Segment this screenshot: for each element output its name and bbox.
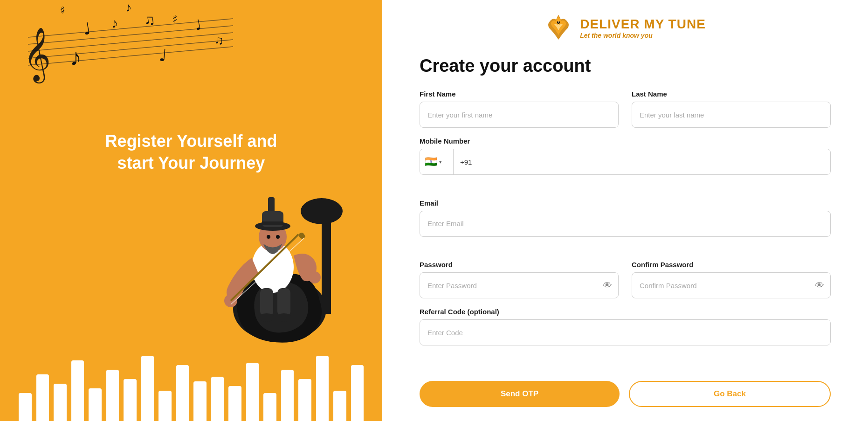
chevron-down-icon: ▾ [439, 159, 442, 165]
piano-bar [158, 391, 172, 421]
piano-bar [89, 388, 102, 421]
mobile-label: Mobile Number [420, 137, 831, 145]
svg-text:♪: ♪ [111, 16, 119, 31]
piano-bar [316, 356, 329, 421]
piano-bar [351, 365, 364, 421]
svg-point-22 [309, 271, 321, 283]
confirm-password-input[interactable] [632, 272, 831, 298]
form-actions: Send OTP Go Back [420, 381, 831, 407]
piano-bar [263, 393, 276, 421]
svg-text:♯: ♯ [59, 4, 66, 16]
svg-rect-30 [262, 221, 283, 225]
piano-bar [106, 370, 119, 421]
piano-bar [19, 393, 32, 421]
password-group: Password 👁 [420, 261, 619, 298]
piano-bar [54, 384, 67, 421]
password-row: Password 👁 Confirm Password 👁 [420, 261, 831, 298]
piano-bar [246, 363, 259, 421]
email-group: Email [420, 199, 831, 252]
svg-text:♩: ♩ [81, 19, 92, 39]
email-label: Email [420, 199, 831, 207]
referral-input[interactable] [420, 319, 831, 345]
svg-rect-24 [277, 288, 290, 316]
piano-bar [298, 379, 311, 421]
email-input[interactable] [420, 211, 831, 237]
piano-bar [71, 360, 84, 421]
svg-point-31 [267, 235, 270, 239]
svg-point-18 [301, 198, 343, 224]
svg-line-4 [28, 47, 233, 65]
svg-point-25 [258, 313, 275, 322]
svg-point-32 [276, 235, 280, 239]
password-label: Password [420, 261, 619, 269]
svg-text:♩: ♩ [193, 17, 203, 33]
logo-area: DELIVER MY TUNE Let the world know you [420, 14, 831, 42]
confirm-password-eye-icon[interactable]: 👁 [815, 280, 824, 291]
logo-text: DELIVER MY TUNE Let the world know you [580, 17, 706, 39]
last-name-input[interactable] [632, 102, 831, 128]
logo-phoenix-icon [544, 14, 572, 42]
svg-line-3 [28, 40, 233, 58]
country-selector[interactable]: 🇮🇳 ▾ [420, 149, 454, 174]
first-name-group: First Name [420, 90, 619, 128]
svg-line-0 [28, 19, 233, 37]
svg-line-1 [28, 26, 233, 44]
confirm-password-label: Confirm Password [632, 261, 831, 269]
first-name-input[interactable] [420, 102, 619, 128]
confirm-password-wrapper: 👁 [632, 272, 831, 298]
go-back-button[interactable]: Go Back [629, 381, 831, 407]
referral-group: Referral Code (optional) [420, 308, 831, 360]
svg-text:♩: ♩ [158, 45, 168, 65]
piano-bar [176, 365, 189, 421]
svg-text:♫: ♫ [214, 33, 224, 47]
svg-line-2 [28, 33, 233, 51]
last-name-group: Last Name [632, 90, 831, 128]
piano-bar [333, 391, 346, 421]
piano-bar [193, 381, 207, 421]
piano-bar [141, 356, 154, 421]
svg-text:♪: ♪ [125, 0, 132, 14]
musician-illustration [186, 151, 354, 346]
india-flag-icon: 🇮🇳 [425, 156, 437, 168]
piano-bar [211, 377, 224, 421]
confirm-password-group: Confirm Password 👁 [632, 261, 831, 298]
phone-input-wrapper: 🇮🇳 ▾ [420, 149, 831, 175]
password-wrapper: 👁 [420, 272, 619, 298]
mobile-group: Mobile Number 🇮🇳 ▾ [420, 137, 831, 190]
svg-text:♫: ♫ [143, 11, 156, 29]
logo-tagline: Let the world know you [580, 32, 706, 39]
svg-text:♪: ♪ [70, 44, 82, 70]
left-panel: 𝄞 ♩ ♪ ♫ ♯ ♩ ♯ ♪ ♪ ♫ ♩ Register Yourself … [0, 0, 382, 421]
name-row: First Name Last Name [420, 90, 831, 128]
password-input[interactable] [420, 272, 619, 298]
send-otp-button[interactable]: Send OTP [420, 381, 620, 407]
phone-number-input[interactable] [454, 149, 830, 174]
svg-text:𝄞: 𝄞 [23, 28, 51, 84]
first-name-label: First Name [420, 90, 619, 98]
referral-label: Referral Code (optional) [420, 308, 831, 316]
svg-text:♯: ♯ [172, 13, 178, 26]
right-panel: DELIVER MY TUNE Let the world know you C… [382, 0, 868, 421]
page-title: Create your account [420, 56, 831, 76]
piano-bar [281, 370, 294, 421]
svg-rect-23 [260, 288, 273, 316]
svg-point-26 [276, 313, 292, 322]
piano-bar [124, 379, 137, 421]
music-notes-area: 𝄞 ♩ ♪ ♫ ♯ ♩ ♯ ♪ ♪ ♫ ♩ [0, 0, 382, 112]
password-eye-icon[interactable]: 👁 [603, 280, 612, 291]
svg-point-36 [558, 21, 559, 23]
last-name-label: Last Name [632, 90, 831, 98]
piano-bars [0, 346, 382, 421]
piano-bar [228, 386, 241, 421]
logo-brand-name: DELIVER MY TUNE [580, 17, 706, 32]
piano-bar [36, 374, 49, 421]
